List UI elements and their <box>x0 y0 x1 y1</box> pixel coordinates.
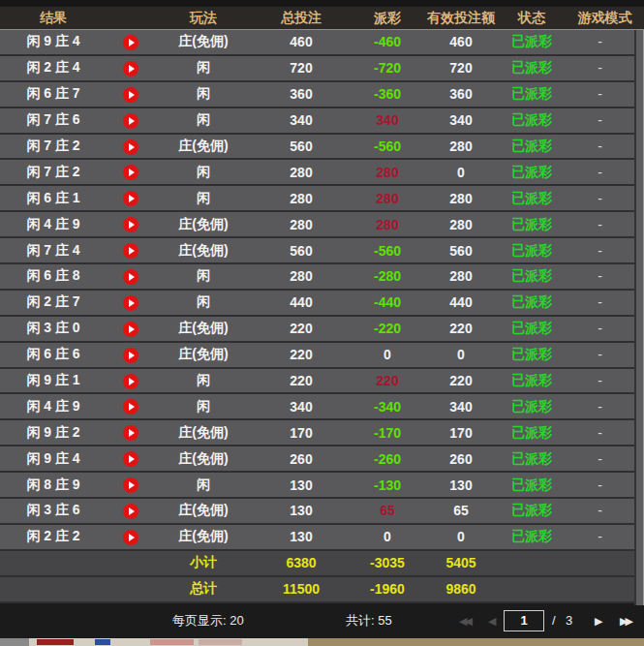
total-bet-cell: 260 <box>252 451 351 467</box>
play-icon[interactable] <box>123 451 138 467</box>
game-mode-cell: - <box>566 34 644 49</box>
play-type-cell: 闲 <box>155 477 252 494</box>
play-icon[interactable] <box>123 61 138 77</box>
total-bet-cell: 340 <box>252 399 351 415</box>
table-row: 闲 6 庄 8 闲 280 -280 280 已派彩 - <box>0 264 644 291</box>
play-icon[interactable] <box>123 295 138 311</box>
table-row: 闲 3 庄 0 庄(免佣) 220 -220 220 已派彩 - <box>0 317 644 343</box>
col-header-status: 状态 <box>498 10 566 27</box>
total-label: 总计 <box>155 580 252 598</box>
play-type-cell: 庄(免佣) <box>155 346 252 363</box>
play-icon[interactable] <box>123 425 138 441</box>
play-icon[interactable] <box>123 530 138 545</box>
total-bet-cell: 720 <box>252 60 351 76</box>
play-icon[interactable] <box>123 243 138 259</box>
play-type-cell: 闲 <box>155 293 252 311</box>
table-row: 闲 9 庄 2 庄(免佣) 170 -170 170 已派彩 - <box>0 420 644 446</box>
subtotal-payout: -3035 <box>351 555 424 570</box>
play-icon[interactable] <box>123 113 138 129</box>
vertical-scrollbar[interactable] <box>634 30 644 605</box>
play-type-cell: 闲 <box>155 267 252 285</box>
game-mode-cell: - <box>566 165 644 180</box>
payout-cell: -220 <box>351 321 424 336</box>
payout-cell: -280 <box>351 268 424 284</box>
play-icon[interactable] <box>123 165 138 180</box>
table-row: 闲 6 庄 6 庄(免佣) 220 0 0 已派彩 - <box>0 343 644 369</box>
game-mode-cell: - <box>566 243 644 259</box>
page-separator: / <box>552 603 556 638</box>
table-row: 闲 9 庄 4 庄(免佣) 260 -260 260 已派彩 - <box>0 446 644 473</box>
game-mode-cell: - <box>566 191 644 206</box>
table-row: 闲 2 庄 2 庄(免佣) 130 0 0 已派彩 - <box>0 525 644 551</box>
total-bet-cell: 280 <box>252 191 351 206</box>
table-row: 闲 3 庄 6 庄(免佣) 130 65 65 已派彩 - <box>0 499 644 525</box>
game-mode-cell: - <box>566 321 644 336</box>
table-row: 闲 6 庄 7 闲 360 -360 360 已派彩 - <box>0 82 644 108</box>
valid-bet-cell: 340 <box>424 112 498 128</box>
total-bet-cell: 170 <box>252 425 351 441</box>
valid-bet-cell: 720 <box>424 60 498 76</box>
next-page-icon[interactable]: ▶ <box>595 603 599 638</box>
play-icon[interactable] <box>123 35 138 50</box>
status-cell: 已派彩 <box>498 190 566 207</box>
page-input[interactable] <box>504 610 544 631</box>
last-page-icon[interactable]: ▶▶ <box>620 603 630 638</box>
play-icon[interactable] <box>123 322 138 337</box>
valid-bet-cell: 220 <box>424 373 498 388</box>
status-cell: 已派彩 <box>498 424 566 442</box>
payout-cell: 280 <box>351 191 424 206</box>
result-cell: 闲 2 庄 2 <box>0 528 107 545</box>
play-icon[interactable] <box>123 374 138 389</box>
play-icon[interactable] <box>123 217 138 232</box>
play-icon[interactable] <box>123 87 138 103</box>
status-cell: 已派彩 <box>498 138 566 155</box>
table-row: 闲 6 庄 1 闲 280 280 280 已派彩 - <box>0 186 644 212</box>
table-row: 闲 2 庄 7 闲 440 -440 440 已派彩 - <box>0 291 644 317</box>
total-bet-cell: 560 <box>252 243 351 259</box>
result-cell: 闲 7 庄 2 <box>0 138 107 155</box>
panel-top-strip <box>0 0 644 7</box>
valid-bet-cell: 280 <box>424 191 498 206</box>
table-row: 闲 7 庄 6 闲 340 340 340 已派彩 - <box>0 108 644 135</box>
background-fragment <box>199 639 242 645</box>
total-bet-cell: 280 <box>252 165 351 180</box>
total-bet-cell: 440 <box>252 294 351 310</box>
valid-bet-cell: 0 <box>424 529 498 544</box>
first-page-icon[interactable]: ◀◀ <box>459 603 470 638</box>
game-mode-cell: - <box>566 268 644 284</box>
play-icon[interactable] <box>123 477 138 493</box>
total-total-bet: 11500 <box>252 581 351 597</box>
prev-page-icon[interactable]: ◀ <box>488 603 493 638</box>
valid-bet-cell: 170 <box>424 425 498 441</box>
valid-bet-cell: 220 <box>424 321 498 336</box>
play-icon[interactable] <box>123 191 138 206</box>
play-icon[interactable] <box>123 399 138 415</box>
result-cell: 闲 2 庄 4 <box>0 59 107 77</box>
total-bet-cell: 130 <box>252 477 351 493</box>
play-icon[interactable] <box>123 269 138 285</box>
result-cell: 闲 9 庄 4 <box>0 33 107 50</box>
play-type-cell: 闲 <box>155 398 252 415</box>
valid-bet-cell: 130 <box>424 477 498 493</box>
subtotal-valid-bet: 5405 <box>424 555 498 570</box>
status-cell: 已派彩 <box>498 398 566 415</box>
payout-cell: 0 <box>351 529 424 544</box>
result-cell: 闲 6 庄 6 <box>0 346 107 363</box>
valid-bet-cell: 340 <box>424 399 498 415</box>
status-cell: 已派彩 <box>498 320 566 337</box>
per-page-label: 每页显示: 20 <box>172 603 244 638</box>
play-icon[interactable] <box>123 504 138 519</box>
play-type-cell: 庄(免佣) <box>155 450 252 468</box>
game-mode-cell: - <box>566 60 644 76</box>
play-icon[interactable] <box>123 139 138 155</box>
valid-bet-cell: 360 <box>424 86 498 102</box>
play-icon[interactable] <box>123 348 138 363</box>
total-bet-cell: 280 <box>252 217 351 232</box>
valid-bet-cell: 280 <box>424 268 498 284</box>
game-mode-cell: - <box>566 477 644 493</box>
play-type-cell: 庄(免佣) <box>155 242 252 260</box>
total-bet-cell: 560 <box>252 138 351 154</box>
col-header-payout: 派彩 <box>351 10 424 27</box>
result-cell: 闲 7 庄 2 <box>0 164 107 181</box>
total-bet-cell: 220 <box>252 373 351 388</box>
